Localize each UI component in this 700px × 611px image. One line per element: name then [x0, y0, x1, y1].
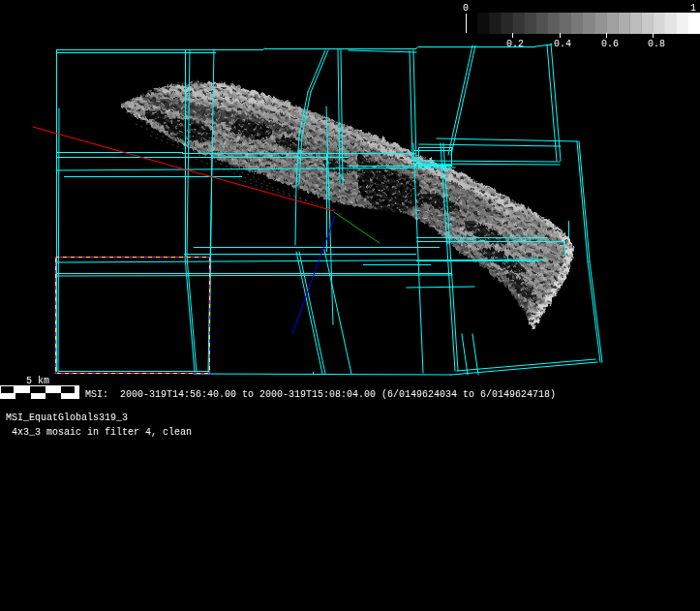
svg-text:MSI_EquatGlobals319_3: MSI_EquatGlobals319_3 [6, 412, 128, 423]
svg-text:4x3_3 mosaic in filter 4, clea: 4x3_3 mosaic in filter 4, clean [12, 427, 192, 438]
svg-text:0.8: 0.8 [648, 39, 665, 49]
svg-text:0.6: 0.6 [601, 39, 619, 49]
svg-text:0: 0 [463, 3, 469, 14]
svg-text:0.2: 0.2 [506, 39, 524, 49]
svg-text:5 km: 5 km [26, 376, 49, 386]
svg-text:MSI: 2000-319T14:56:40.00 to: MSI: 2000-319T14:56:40.00 to 2000-319T15… [85, 389, 556, 400]
svg-text:0.4: 0.4 [554, 39, 571, 49]
svg-text:1: 1 [690, 3, 696, 14]
